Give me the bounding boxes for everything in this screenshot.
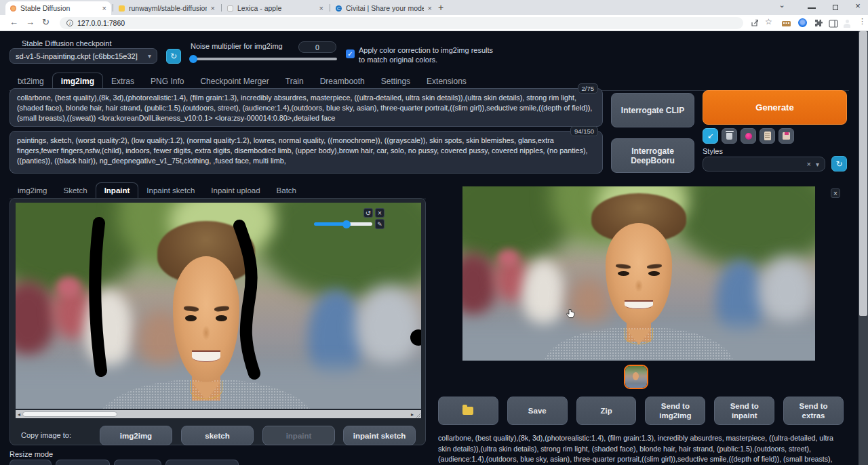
scroll-right-icon[interactable]: ▸ [409,411,416,418]
tab-mode-inpaint-upload[interactable]: Inpaint upload [203,183,268,199]
browser-tab-stable-diffusion[interactable]: Stable Diffusion × [5,1,111,15]
positive-prompt-box[interactable]: 2/75 collarbone, (best quality),(8k, 3d)… [9,88,603,127]
chevron-down-icon: ▾ [816,161,819,168]
lexica-favicon [227,5,233,12]
browser-tab-lexica[interactable]: Lexica - apple × [222,1,328,15]
negative-prompt-text[interactable]: paintings, sketch, (worst quality:2), (l… [10,132,602,173]
tab-close-icon[interactable]: × [211,4,215,12]
back-icon[interactable]: ← [9,17,18,27]
styles-refresh-button[interactable]: ↻ [831,156,847,171]
canvas-horizontal-scrollbar[interactable]: ◂ ▸ [16,410,421,418]
trash-icon [726,133,732,140]
tab-close-icon[interactable]: × [102,4,106,12]
wallet-extension-icon[interactable] [781,18,791,31]
negative-prompt-box[interactable]: 94/150 paintings, sketch, (worst quality… [9,131,603,174]
tab-mode-inpaint[interactable]: Inpaint [96,182,139,199]
save-style-button[interactable] [778,128,794,144]
extension-blue-icon[interactable] [798,18,807,27]
copy-to-img2img-button[interactable]: img2img [100,426,172,445]
browser-menu-icon[interactable]: ⋮ [859,17,866,26]
checkpoint-refresh-button[interactable]: ↻ [166,49,181,64]
close-result-icon[interactable]: × [831,188,840,198]
styles-clear-icon[interactable]: × [807,160,811,168]
tab-mode-img2img[interactable]: img2img [9,183,55,199]
window-close-button[interactable]: × [848,1,868,11]
apply-style-button[interactable] [760,128,775,144]
resize-grip-icon[interactable] [416,413,421,418]
result-image[interactable] [462,186,815,361]
browser-tab-runwayml[interactable]: runwayml/stable-diffusion-inpa × [114,1,220,15]
tab-close-icon[interactable]: × [428,4,432,12]
generation-info-text: collarbone, (best quality),(8k, 3d),(pho… [438,433,843,465]
color-correction-checkbox[interactable]: ✓ [346,49,355,58]
site-info-icon[interactable]: i [66,20,73,26]
browser-tab-civitai[interactable]: C Civitai | Share your models × [331,1,437,15]
stable-diffusion-webui: Stable Diffusion checkpoint sd-v1-5-inpa… [0,31,859,465]
gallery-thumbnail-selected[interactable] [624,365,648,389]
inpaint-canvas-panel: ↺ × ✎ ◂ ▸ Copy image to: img2img sketch … [9,198,426,445]
extra-networks-button[interactable] [741,128,756,144]
window-minimize-button[interactable] [808,7,816,9]
noise-multiplier-slider[interactable] [191,58,337,60]
inpaint-mask-strokes [16,203,421,409]
window-chevron-icon[interactable]: ⌄ [772,1,792,9]
send-to-extras-button[interactable]: Send to extras [783,397,844,425]
noise-multiplier-value[interactable]: 0 [298,41,336,53]
page-scrollbar-thumb[interactable] [859,31,867,316]
reload-icon[interactable]: ↻ [42,17,50,27]
bookmark-star-icon[interactable]: ☆ [765,17,772,26]
forward-icon[interactable]: → [26,17,35,27]
negative-token-counter: 94/150 [570,126,598,136]
interrogate-deepbooru-button[interactable]: Interrogate DeepBooru [611,138,694,173]
send-to-img2img-button[interactable]: Send to img2img [645,397,705,425]
copy-to-inpaint-button[interactable]: inpaint [262,426,335,445]
page-scrollbar[interactable] [859,31,868,465]
window-maximize-button[interactable] [833,5,838,10]
tab-mode-inpaint-sketch[interactable]: Inpaint sketch [138,183,203,199]
side-panel-icon[interactable] [829,18,838,31]
new-tab-button[interactable]: + [438,2,443,13]
send-to-inpaint-button[interactable]: Send to inpaint [714,397,774,425]
brush-size-slider[interactable] [314,222,372,226]
resize-mode-option[interactable] [9,460,52,465]
noise-multiplier-label: Noise multiplier for img2img [191,42,283,50]
resize-mode-option[interactable] [56,460,110,465]
inpaint-canvas-image[interactable]: ↺ × ✎ [16,203,421,409]
clear-image-icon[interactable]: × [375,208,384,218]
tab-separator [330,4,330,12]
extensions-puzzle-icon[interactable] [814,18,823,31]
hand-cursor [566,308,576,320]
resize-mode-label: Resize mode [9,450,53,458]
url-text: 127.0.0.1:7860 [77,19,125,27]
open-folder-button[interactable] [438,397,498,425]
scrollbar-thumb[interactable] [22,411,117,417]
tab-close-icon[interactable]: × [319,4,323,12]
resize-mode-option[interactable] [165,460,239,465]
styles-select[interactable]: × ▾ [703,157,825,171]
paste-generation-params-button[interactable]: ↙ [703,128,718,144]
save-button[interactable]: Save [507,397,568,425]
zip-button[interactable]: Zip [576,397,637,425]
interrogate-clip-button[interactable]: Interrogate CLIP [611,93,694,127]
brush-icon[interactable]: ✎ [375,219,384,229]
share-icon[interactable] [750,18,759,31]
tab-mode-batch[interactable]: Batch [269,183,304,199]
copy-to-sketch-button[interactable]: sketch [181,426,254,445]
brush-slider-handle[interactable] [342,220,351,228]
slider-handle[interactable] [189,55,197,63]
checkpoint-select[interactable]: sd-v1-5-inpainting.ckpt [c6bbc15e32] ▾ [9,48,157,64]
extra-networks-icon [745,133,752,140]
undo-icon[interactable]: ↺ [363,208,373,218]
clear-prompt-button[interactable] [722,128,737,144]
tab-title: Lexica - apple [237,4,315,12]
browser-toolbar: ← → ↻ i 127.0.0.1:7860 ☆ ⋮ [0,15,868,31]
scroll-left-icon[interactable]: ◂ [16,411,22,418]
woman-necklace [625,328,653,344]
positive-prompt-text[interactable]: collarbone, (best quality),(8k, 3d),(pho… [10,89,602,126]
address-bar[interactable]: i 127.0.0.1:7860 [60,17,743,29]
copy-to-inpaint-sketch-button[interactable]: inpaint sketch [343,426,416,445]
resize-mode-option[interactable] [114,460,161,465]
generate-button[interactable]: Generate [703,90,847,125]
color-correction-label: Apply color correction to img2img result… [359,45,498,64]
tab-mode-sketch[interactable]: Sketch [55,183,95,199]
